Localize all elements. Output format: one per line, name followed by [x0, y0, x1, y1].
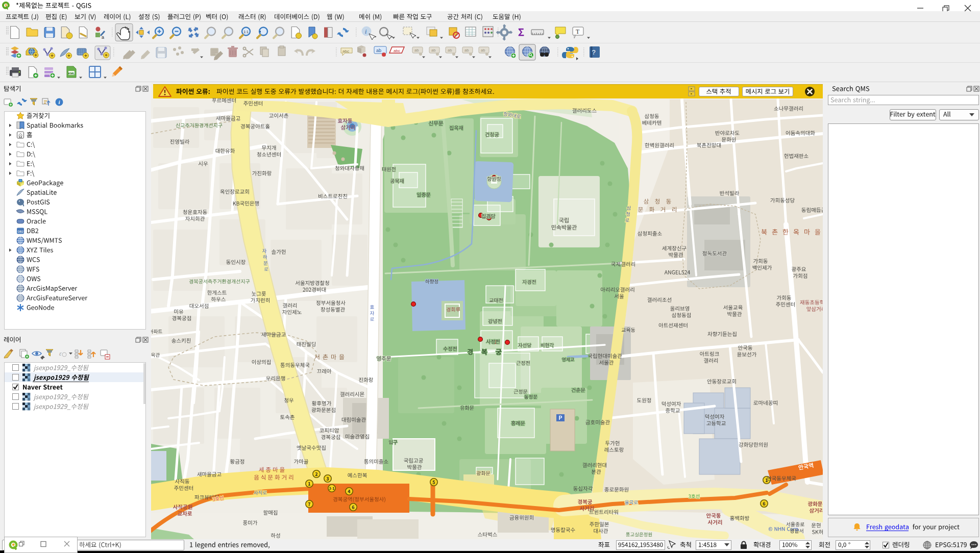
- svg-text:abc: abc: [394, 48, 400, 53]
- svg-text:KML: KML: [68, 72, 75, 75]
- svg-text:?: ?: [592, 48, 595, 56]
- svg-text:1:1: 1:1: [243, 30, 249, 34]
- svg-text:ab: ab: [376, 48, 381, 53]
- svg-text:DB2: DB2: [17, 230, 23, 233]
- svg-text:ab: ab: [481, 48, 485, 53]
- svg-text:ε: ε: [59, 350, 62, 357]
- svg-text:ab: ab: [448, 48, 452, 53]
- svg-text:i: i: [365, 28, 366, 35]
- svg-text:ab: ab: [414, 48, 419, 53]
- svg-text:a: a: [102, 35, 104, 40]
- svg-text:abc: abc: [342, 49, 349, 54]
- svg-text:ab: ab: [431, 48, 435, 53]
- svg-text:ab: ab: [464, 48, 469, 53]
- svg-text:T: T: [576, 28, 580, 35]
